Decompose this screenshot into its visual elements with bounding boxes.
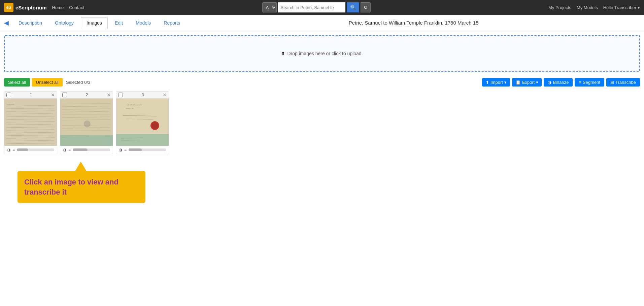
import-label: Import <box>490 80 503 85</box>
svg-point-25 <box>84 121 91 127</box>
user-menu[interactable]: Hello Transcriber ▾ <box>603 5 640 10</box>
transcribe-button[interactable]: ⊞ Transcribe <box>606 78 640 87</box>
image-thumbnail[interactable]: Gettysburg... <box>4 99 57 146</box>
contrast-icon[interactable]: ◑ <box>7 147 10 152</box>
back-button[interactable]: ◀ <box>4 19 9 27</box>
toolbar-right: ⬆ Import ▾ 📋 Export ▾ ◑ Binarize ≡ Segme… <box>482 78 640 87</box>
upload-icon: ⬆ <box>281 51 285 56</box>
tab-edit[interactable]: Edit <box>109 17 129 28</box>
upload-zone[interactable]: ⬆ Drop images here or click to upload. <box>4 35 640 72</box>
export-dropdown-icon: ▾ <box>536 80 538 85</box>
search-type-select[interactable]: A <box>262 2 277 12</box>
nav-contact[interactable]: Contact <box>69 5 84 10</box>
svg-text:Gettysburg...: Gettysburg... <box>6 103 15 105</box>
navbar-search: A 🔍 ↻ <box>262 2 371 12</box>
tabbar: ◀ Description Ontology Images Edit Model… <box>0 15 644 31</box>
card-checkbox[interactable] <box>6 93 11 97</box>
transcribe-label: Transcribe <box>615 80 636 85</box>
svg-point-37 <box>151 122 158 129</box>
import-dropdown-icon: ▾ <box>504 80 507 85</box>
lines-icon[interactable]: ≡ <box>124 147 127 152</box>
progress-bar <box>73 148 110 151</box>
import-button[interactable]: ⬆ Import ▾ <box>482 78 510 87</box>
my-projects-link[interactable]: My Projects <box>548 5 571 10</box>
card-close-button[interactable]: ✕ <box>107 93 111 97</box>
segment-button[interactable]: ≡ Segment <box>575 78 604 87</box>
user-dropdown-icon: ▾ <box>638 5 640 10</box>
unselect-all-button[interactable]: Unselect all <box>32 78 63 87</box>
progress-fill <box>129 148 142 151</box>
image-card: 2 ✕ <box>60 91 113 154</box>
svg-text:A. E. (Mr. Memorial St.: A. E. (Mr. Memorial St. <box>126 104 142 106</box>
image-card: 3 ✕ A. E. (Mr. Memorial St. Esq.) 1780 <box>116 91 169 154</box>
card-header: 2 ✕ <box>60 92 113 99</box>
import-icon: ⬆ <box>485 80 489 85</box>
lines-icon[interactable]: ≡ <box>12 147 15 152</box>
upload-text: Drop images here or click to upload. <box>287 51 363 56</box>
card-header: 3 ✕ <box>116 92 169 99</box>
svg-rect-38 <box>116 134 169 146</box>
binarize-label: Binarize <box>553 80 569 85</box>
search-button[interactable]: 🔍 <box>347 2 359 12</box>
image-thumbnail[interactable] <box>60 99 113 146</box>
brand-name: eScriptorium <box>15 5 47 10</box>
card-close-button[interactable]: ✕ <box>163 93 167 97</box>
card-footer: ◑ ≡ <box>116 146 169 154</box>
selected-count: Selected 0/3 <box>66 80 90 85</box>
export-button[interactable]: 📋 Export ▾ <box>512 78 542 87</box>
tab-models[interactable]: Models <box>130 17 157 28</box>
brand-logo: eS <box>4 3 13 12</box>
refresh-button[interactable]: ↻ <box>361 2 371 12</box>
segment-icon: ≡ <box>579 80 581 85</box>
contrast-icon[interactable]: ◑ <box>63 147 66 152</box>
progress-bar <box>17 148 54 151</box>
image-toolbar: Select all Unselect all Selected 0/3 ⬆ I… <box>0 76 644 89</box>
contrast-icon[interactable]: ◑ <box>119 147 122 152</box>
card-checkbox[interactable] <box>118 93 123 97</box>
progress-bar <box>129 148 166 151</box>
lines-icon[interactable]: ≡ <box>68 147 71 152</box>
card-footer: ◑ ≡ <box>60 146 113 154</box>
export-label: Export <box>522 80 535 85</box>
navbar-right: My Projects My Models Hello Transcriber … <box>548 5 640 10</box>
card-header: 1 ✕ <box>4 92 57 99</box>
tab-ontology[interactable]: Ontology <box>49 17 79 28</box>
svg-text:Esq.) 1780: Esq.) 1780 <box>126 107 134 109</box>
doc-title: Petrie, Samuel to William Temple Frankli… <box>187 20 640 26</box>
export-icon: 📋 <box>515 80 521 85</box>
brand: eS eScriptorium <box>4 3 47 12</box>
progress-fill <box>73 148 88 151</box>
transcribe-icon: ⊞ <box>610 80 614 85</box>
segment-label: Segment <box>583 80 600 85</box>
card-close-button[interactable]: ✕ <box>51 93 55 97</box>
user-label: Hello Transcriber <box>603 5 636 10</box>
image-card: 1 ✕ Gettysburg... <box>4 91 57 154</box>
card-footer: ◑ ≡ <box>4 146 57 154</box>
card-checkbox[interactable] <box>62 93 67 97</box>
binarize-button[interactable]: ◑ Binarize <box>544 78 573 87</box>
progress-fill <box>17 148 28 151</box>
binarize-icon: ◑ <box>548 80 551 85</box>
navbar-left: eS eScriptorium Home Contact <box>4 3 84 12</box>
image-grid: 1 ✕ Gettysburg... <box>0 89 644 157</box>
card-number: 2 <box>67 93 107 97</box>
search-input[interactable] <box>278 2 345 12</box>
nav-home[interactable]: Home <box>52 5 64 10</box>
card-number: 3 <box>123 93 163 97</box>
tab-images[interactable]: Images <box>81 17 108 29</box>
image-thumbnail[interactable]: A. E. (Mr. Memorial St. Esq.) 1780 <box>116 99 169 146</box>
my-models-link[interactable]: My Models <box>577 5 598 10</box>
tab-reports[interactable]: Reports <box>158 17 186 28</box>
card-number: 1 <box>11 93 51 97</box>
tab-description[interactable]: Description <box>13 17 48 28</box>
navbar: eS eScriptorium Home Contact A 🔍 ↻ My Pr… <box>0 0 644 15</box>
select-all-button[interactable]: Select all <box>4 78 30 87</box>
